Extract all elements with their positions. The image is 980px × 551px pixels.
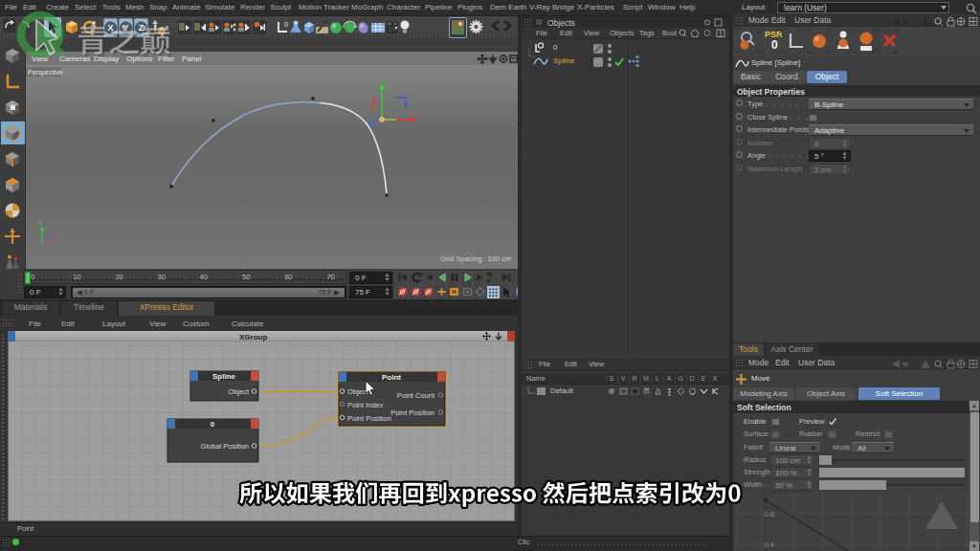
svg-text:Y: Y [38, 220, 43, 227]
svg-text:Point Position: Point Position [347, 414, 391, 423]
svg-text:Point Index: Point Index [347, 401, 384, 409]
svg-text:Point Count: Point Count [397, 391, 435, 400]
svg-text:Object: Object [228, 387, 250, 396]
svg-text:Point: Point [382, 373, 401, 382]
svg-text:X: X [56, 233, 61, 240]
svg-text:0.4: 0.4 [765, 540, 774, 549]
svg-text:0: 0 [284, 21, 288, 28]
svg-text:Point Position: Point Position [390, 408, 434, 417]
svg-text:Spline: Spline [212, 372, 236, 381]
svg-text:0: 0 [211, 420, 215, 429]
